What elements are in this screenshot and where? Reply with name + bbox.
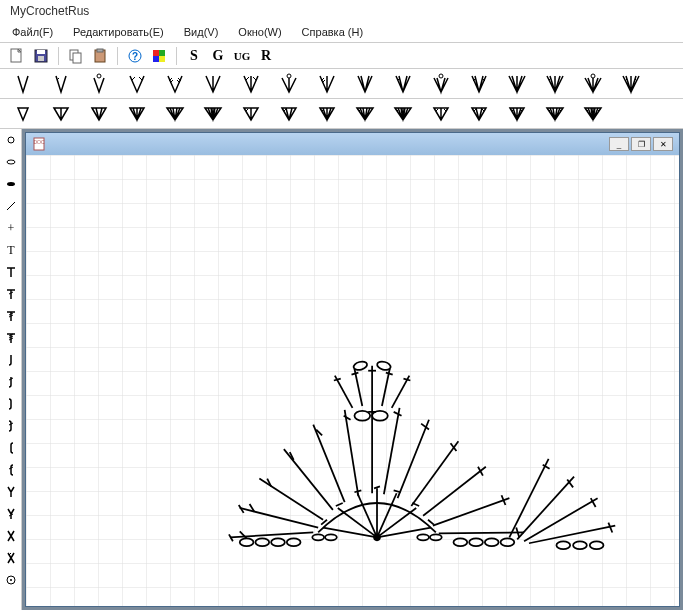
menu-file[interactable]: Файл(F)	[8, 24, 57, 40]
tool-t2[interactable]	[0, 261, 22, 283]
app-title: MyCrochetRus	[10, 4, 89, 18]
fan-9[interactable]	[310, 101, 344, 127]
fan-1[interactable]	[6, 101, 40, 127]
close-button[interactable]: ✕	[653, 137, 673, 151]
letter-g-button[interactable]: G	[207, 45, 229, 67]
fan-3[interactable]	[82, 101, 116, 127]
stitch-v11[interactable]	[386, 71, 420, 97]
stitch-v17[interactable]	[614, 71, 648, 97]
tool-hook2[interactable]	[0, 371, 22, 393]
svg-point-132	[501, 538, 515, 546]
titlebar: MyCrochetRus	[0, 0, 683, 22]
tool-more[interactable]	[0, 569, 22, 591]
tool-circle-open[interactable]	[0, 129, 22, 151]
fan-13[interactable]	[462, 101, 496, 127]
palette-button[interactable]	[148, 45, 170, 67]
tool-line[interactable]	[0, 195, 22, 217]
stitch-v4[interactable]	[120, 71, 154, 97]
design-canvas[interactable]	[26, 155, 679, 606]
svg-rect-11	[159, 50, 165, 56]
tool-t4[interactable]	[0, 327, 22, 349]
svg-point-127	[271, 538, 285, 546]
copy-button[interactable]	[65, 45, 87, 67]
svg-point-51	[7, 160, 15, 164]
svg-point-146	[376, 360, 391, 371]
fan-10[interactable]	[348, 101, 382, 127]
fan-8[interactable]	[272, 101, 306, 127]
tool-x1[interactable]	[0, 525, 22, 547]
stitch-v12[interactable]	[424, 71, 458, 97]
stitch-v8[interactable]	[272, 71, 306, 97]
stitch-v16[interactable]	[576, 71, 610, 97]
paste-button[interactable]	[89, 45, 111, 67]
svg-point-133	[354, 411, 370, 421]
tool-x2[interactable]	[0, 547, 22, 569]
tool-oval-open[interactable]	[0, 151, 22, 173]
tool-plus[interactable]: +	[0, 217, 22, 239]
mdi-area: DOC _ ❐ ✕	[22, 129, 683, 610]
svg-line-143	[392, 376, 410, 408]
fan-16[interactable]	[576, 101, 610, 127]
fan-2[interactable]	[44, 101, 78, 127]
stitch-v7[interactable]	[234, 71, 268, 97]
fan-14[interactable]	[500, 101, 534, 127]
fan-5[interactable]	[158, 101, 192, 127]
svg-point-125	[240, 538, 254, 546]
svg-point-28	[439, 74, 443, 78]
tool-t3[interactable]	[0, 305, 22, 327]
stitch-v13[interactable]	[462, 71, 496, 97]
letter-ug-button[interactable]: UG	[231, 45, 253, 67]
document-window: DOC _ ❐ ✕	[25, 132, 680, 607]
stitch-v10[interactable]	[348, 71, 382, 97]
menu-window[interactable]: Окно(W)	[234, 24, 285, 40]
fan-7[interactable]	[234, 101, 268, 127]
stitch-v2[interactable]	[44, 71, 78, 97]
svg-rect-13	[159, 56, 165, 62]
stitch-v1[interactable]	[6, 71, 40, 97]
tool-hook1[interactable]	[0, 349, 22, 371]
fan-11[interactable]	[386, 101, 420, 127]
svg-point-131	[485, 538, 499, 546]
maximize-button[interactable]: ❐	[631, 137, 651, 151]
svg-line-91	[377, 528, 431, 538]
menu-help[interactable]: Справка (H)	[298, 24, 367, 40]
stitch-v6[interactable]	[196, 71, 230, 97]
svg-point-155	[556, 541, 570, 549]
svg-point-145	[353, 360, 368, 371]
tool-oval-filled[interactable]	[0, 173, 22, 195]
main-toolbar: ? S G UG R	[0, 43, 683, 69]
tool-hook6[interactable]	[0, 459, 22, 481]
stitch-v9[interactable]	[310, 71, 344, 97]
stitch-v14[interactable]	[500, 71, 534, 97]
tool-t[interactable]: T	[0, 239, 22, 261]
svg-point-94	[325, 534, 337, 540]
letter-r-button[interactable]: R	[255, 45, 277, 67]
tool-hook4[interactable]	[0, 415, 22, 437]
letter-s-button[interactable]: S	[183, 45, 205, 67]
tool-hook5[interactable]	[0, 437, 22, 459]
svg-text:?: ?	[132, 51, 138, 62]
svg-line-17	[139, 77, 142, 80]
help-button[interactable]: ?	[124, 45, 146, 67]
fan-12[interactable]	[424, 101, 458, 127]
fan-15[interactable]	[538, 101, 572, 127]
minimize-button[interactable]: _	[609, 137, 629, 151]
menu-view[interactable]: Вид(V)	[180, 24, 223, 40]
stitch-v15[interactable]	[538, 71, 572, 97]
stitch-v5[interactable]	[158, 71, 192, 97]
save-button[interactable]	[30, 45, 52, 67]
svg-rect-3	[38, 56, 44, 61]
svg-point-96	[430, 534, 442, 540]
fan-6[interactable]	[196, 101, 230, 127]
svg-line-43	[482, 109, 484, 111]
tool-y1[interactable]	[0, 481, 22, 503]
new-button[interactable]	[6, 45, 28, 67]
stitch-v3[interactable]	[82, 71, 116, 97]
tool-hook3[interactable]	[0, 393, 22, 415]
document-titlebar[interactable]: DOC _ ❐ ✕	[26, 133, 679, 155]
tool-tcross[interactable]	[0, 283, 22, 305]
tool-y2[interactable]	[0, 503, 22, 525]
svg-line-92	[428, 520, 434, 525]
menu-edit[interactable]: Редактировать(E)	[69, 24, 168, 40]
fan-4[interactable]	[120, 101, 154, 127]
